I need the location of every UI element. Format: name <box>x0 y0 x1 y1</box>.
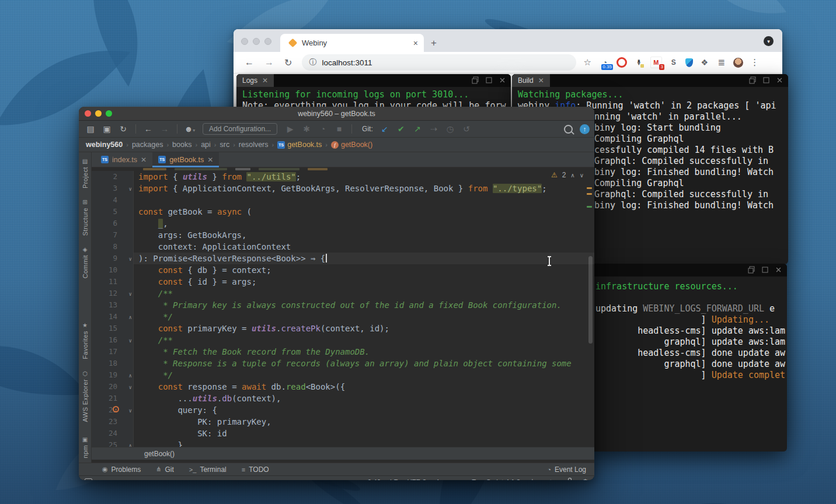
inspection-widget[interactable]: ⚠ 2 ∧ ∨ <box>551 171 584 179</box>
bookmark-star-icon[interactable]: ☆ <box>583 57 591 68</box>
tab-close-icon[interactable]: ✕ <box>207 156 213 164</box>
address-bar[interactable]: ⓘ localhost:3011 <box>302 54 576 71</box>
gauge-extension-icon[interactable]: 0.35 <box>600 57 610 68</box>
reload-icon[interactable]: ↻ <box>284 57 292 68</box>
close-window-button[interactable] <box>241 38 248 45</box>
dock-icon[interactable] <box>749 76 757 84</box>
fold-toggle-icon[interactable]: ∧ <box>129 370 132 382</box>
tool-window-button-terminal[interactable]: >_Terminal <box>189 466 227 474</box>
git-update-icon[interactable]: ↙ <box>378 124 392 134</box>
event-log-button[interactable]: ◔Event Log <box>547 466 586 474</box>
breadcrumb-item[interactable]: api <box>201 141 211 149</box>
git-commit-icon[interactable]: ✔ <box>394 124 408 134</box>
shield-extension-icon[interactable] <box>685 58 693 67</box>
zoom-window-button[interactable] <box>106 110 112 117</box>
back-icon[interactable]: ← <box>245 57 254 68</box>
sidebar-item-aws[interactable]: ⬡AWS Explorer <box>82 370 89 422</box>
indent-style[interactable]: 4 spaces <box>436 478 462 480</box>
maximize-icon[interactable] <box>761 266 769 274</box>
typescript-version[interactable]: TypeScript 4.1.3 <box>472 478 520 480</box>
editor-tab-index-ts[interactable]: TSindex.ts✕ <box>95 152 152 167</box>
breadcrumb-item[interactable]: books <box>172 141 191 149</box>
build-terminal-tab[interactable]: Build ✕ <box>512 74 550 87</box>
tool-window-button-git[interactable]: ⋔Git <box>156 466 174 474</box>
fold-toggle-icon[interactable]: ∧ <box>129 440 132 447</box>
sidebar-item-structure[interactable]: ⊞Structure <box>82 199 89 236</box>
fold-toggle-icon[interactable]: ∨ <box>129 382 132 393</box>
history-icon[interactable]: ◷ <box>443 124 457 134</box>
tab-close-icon[interactable]: × <box>413 39 418 47</box>
deploy-terminal-output[interactable]: infrastructure resources... updating WEB… <box>590 276 787 383</box>
tool-window-toggle-icon[interactable] <box>85 478 92 481</box>
save-all-icon[interactable]: ▣ <box>100 124 114 134</box>
close-window-button[interactable] <box>85 110 91 117</box>
breadcrumb-symbol[interactable]: fgetBook() <box>331 141 372 149</box>
rollback-icon[interactable]: ↺ <box>459 124 473 134</box>
git-cherry-pick-icon[interactable]: ⇢ <box>427 124 441 134</box>
logs-terminal-tab[interactable]: Logs ✕ <box>236 74 274 87</box>
debug-icon[interactable]: ✱ <box>299 124 314 134</box>
fold-toggle-icon[interactable]: ∨ <box>129 335 132 346</box>
search-everywhere-icon[interactable] <box>564 125 573 134</box>
editor-tab-getBook-ts[interactable]: TSgetBook.ts✕ <box>152 152 219 167</box>
fold-toggle-icon[interactable]: ∨ <box>129 288 132 300</box>
caret-position[interactable]: 9:40 <box>368 478 381 480</box>
dropper-extension-icon[interactable] <box>633 57 644 68</box>
browser-profile-circle-icon[interactable]: ▾ <box>764 36 774 46</box>
editor-scrollbar[interactable] <box>588 256 593 344</box>
sidebar-item-favorites[interactable]: ★Favorites <box>82 322 89 359</box>
aws-lambda-gutter-icon[interactable]: ↑ <box>113 406 119 412</box>
close-icon[interactable] <box>775 266 782 274</box>
warning-stripe-mark[interactable] <box>587 187 592 189</box>
maximize-icon[interactable] <box>762 76 770 84</box>
highlighting-level-icon[interactable]: ⚙ <box>582 478 588 480</box>
git-branch-widget[interactable]: ⋔ master <box>530 478 558 480</box>
list-extension-icon[interactable] <box>716 57 727 68</box>
ide-update-icon[interactable]: ↑ <box>580 124 590 134</box>
forward-icon[interactable]: → <box>264 57 274 68</box>
run-configuration-select[interactable]: Add Configuration... <box>203 123 277 135</box>
tab-close-icon[interactable]: ✕ <box>141 156 147 164</box>
browser-traffic-lights[interactable] <box>241 38 271 45</box>
tool-window-button-todo[interactable]: ≡TODO <box>242 466 269 474</box>
avatar-extension-icon[interactable] <box>733 58 743 68</box>
new-tab-button[interactable]: + <box>431 37 437 49</box>
back-icon[interactable]: ← <box>141 124 155 134</box>
line-separator[interactable]: LF <box>390 478 398 480</box>
close-icon[interactable] <box>499 76 506 84</box>
zoom-window-button[interactable] <box>264 38 271 45</box>
stop-icon[interactable]: ■ <box>332 124 346 134</box>
forward-icon[interactable]: → <box>158 124 172 134</box>
fold-toggle-icon[interactable]: ∨ <box>129 183 132 195</box>
fold-toggle-icon[interactable]: ∨ <box>129 253 132 265</box>
code-lines[interactable]: 2import { utils } from "../utils";3∨impo… <box>92 170 594 447</box>
close-icon[interactable] <box>776 76 783 84</box>
maximize-icon[interactable] <box>485 76 493 84</box>
ring-extension-icon[interactable] <box>616 57 627 68</box>
breadcrumb-item[interactable]: src <box>220 141 229 149</box>
breadcrumb-item[interactable]: resolvers <box>239 141 269 149</box>
breadcrumb-file[interactable]: TSgetBook.ts <box>277 141 322 149</box>
minimize-window-button[interactable] <box>95 110 102 117</box>
letters-extension-icon[interactable] <box>668 57 679 68</box>
breadcrumb-item[interactable]: webiny560 <box>86 141 123 149</box>
gmail-extension-icon[interactable]: 3 <box>650 57 662 68</box>
ide-titlebar[interactable]: webiny560 – getBook.ts <box>79 107 594 121</box>
ide-traffic-lights[interactable] <box>85 110 112 117</box>
change-stripe-mark[interactable] <box>587 206 592 208</box>
site-info-icon[interactable]: ⓘ <box>309 57 316 68</box>
sidebar-item-project[interactable]: ▤Project <box>82 158 89 188</box>
sidebar-item-npm[interactable]: ▣npm <box>82 436 89 459</box>
puzzle-extension-icon[interactable] <box>699 57 710 68</box>
close-icon[interactable]: ✕ <box>538 76 544 85</box>
user-icon[interactable]: ☻▾ <box>183 124 197 134</box>
dots-extension-icon[interactable] <box>750 57 760 68</box>
tool-window-button-problems[interactable]: ◉Problems <box>102 466 141 474</box>
sync-icon[interactable]: ↻ <box>116 124 130 134</box>
sidebar-item-commit[interactable]: ◈Commit <box>82 246 89 278</box>
minimize-window-button[interactable] <box>253 38 260 45</box>
close-icon[interactable]: ✕ <box>262 76 268 85</box>
next-problem-icon[interactable]: ∨ <box>580 172 584 178</box>
fold-toggle-icon[interactable]: ∧ <box>129 312 132 323</box>
run-icon[interactable]: ▶ <box>283 124 297 134</box>
